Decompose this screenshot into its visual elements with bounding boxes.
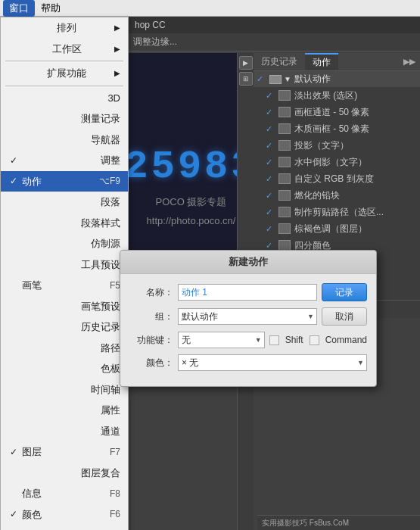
function-key-label: 功能键： <box>129 334 173 347</box>
checkbox-row: Shift Command <box>269 335 367 345</box>
shift-checkbox[interactable] <box>269 335 279 345</box>
name-row: 名称： 记录 <box>129 283 367 301</box>
group-row: 组： 默认动作 取消 <box>129 307 367 326</box>
group-select[interactable]: 默认动作 <box>178 308 317 325</box>
command-checkbox[interactable] <box>310 335 319 345</box>
color-row: 颜色： × 无 <box>129 354 367 371</box>
function-key-select[interactable]: 无 <box>178 332 265 348</box>
dialog-overlay: 新建动作 名称： 记录 组： 默认动作 取消 功能键： <box>0 0 420 530</box>
group-select-wrapper: 默认动作 <box>178 308 317 325</box>
dialog-body: 名称： 记录 组： 默认动作 取消 功能键： 无 <box>120 274 376 386</box>
color-select-wrapper: × 无 <box>178 354 367 371</box>
command-label: Command <box>325 335 367 345</box>
function-key-select-wrapper: 无 <box>178 332 265 348</box>
cancel-button[interactable]: 取消 <box>322 307 367 326</box>
color-label: 颜色： <box>129 357 173 369</box>
color-select[interactable]: × 无 <box>178 354 367 371</box>
new-action-dialog: 新建动作 名称： 记录 组： 默认动作 取消 功能键： <box>120 250 377 387</box>
function-key-row: 功能键： 无 Shift Command <box>129 332 367 348</box>
shift-label: Shift <box>285 335 303 345</box>
dialog-title: 新建动作 <box>120 251 376 274</box>
name-input[interactable] <box>178 284 317 301</box>
group-label: 组： <box>129 310 173 323</box>
name-label: 名称： <box>129 286 173 299</box>
record-button[interactable]: 记录 <box>322 283 367 301</box>
